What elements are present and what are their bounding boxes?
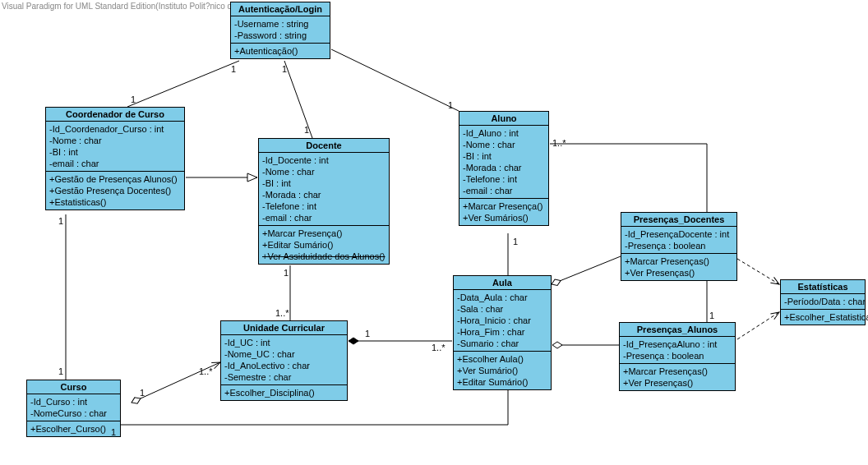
class-attr: -email : char (463, 185, 545, 196)
class-attr: -BI : int (49, 146, 181, 158)
multiplicity: 1 (58, 216, 63, 226)
multiplicity: 1 (140, 388, 145, 398)
class-autenticacao: Autenticação/Login -Username : string -P… (230, 2, 330, 59)
class-attr: -BI : int (262, 177, 386, 189)
multiplicity: 1..* (552, 138, 566, 148)
class-attr: -Nome_UC : char (224, 348, 344, 360)
multiplicity: 1 (131, 94, 136, 104)
class-attr: -email : char (49, 158, 181, 169)
class-title: Unidade Curricular (221, 321, 347, 335)
class-attr: -Sumario : char (457, 338, 547, 349)
class-title: Aula (454, 276, 551, 290)
class-op: +Marcar Presença() (262, 228, 386, 239)
class-op: +Marcar Presenças() (623, 366, 732, 377)
svg-line-11 (737, 312, 779, 339)
class-attr: -Morada : char (463, 162, 545, 173)
class-attr: -Id_Docente : int (262, 154, 386, 166)
class-attr: -Nome : char (262, 166, 386, 177)
class-op: +Escolher_Estatisticas() (784, 311, 861, 323)
class-op: +Ver Sumário() (457, 365, 547, 376)
class-attr: -Id_AnoLectivo : char (224, 360, 344, 371)
class-op: +Marcar Presenças() (625, 256, 733, 267)
class-curso: Curso -Id_Curso : int -NomeCurso : char … (26, 380, 121, 437)
class-attr: -Id_Curso : int (30, 396, 117, 407)
class-title: Autenticação/Login (231, 2, 330, 16)
class-attr: -Data_Aula : char (457, 292, 547, 303)
class-op: +Escolher_Disciplina() (224, 387, 344, 398)
class-op: +Ver Presenças() (623, 377, 732, 389)
class-presencas-docentes: Presenças_Docentes -Id_PresençaDocente :… (621, 212, 737, 281)
class-op: +Ver Presenças() (625, 267, 733, 279)
multiplicity: 1..* (275, 308, 289, 318)
class-presencas-alunos: Presenças_Alunos -Id_PresençaAluno : int… (619, 322, 736, 391)
multiplicity: 1 (58, 366, 63, 376)
class-title: Presenças_Docentes (621, 213, 736, 227)
class-attr: -Hora_Fim : char (457, 326, 547, 338)
multiplicity: 1 (304, 125, 309, 135)
class-attr: -email : char (262, 212, 386, 223)
class-attr: -BI : int (463, 150, 545, 162)
class-op: +Escolher Aula() (457, 353, 547, 365)
class-attr: -NomeCurso : char (30, 407, 117, 419)
multiplicity: 1 (365, 329, 370, 338)
class-op: +Gestão de Presenças Alunos() (49, 173, 181, 185)
class-op: +Estatisticas() (49, 196, 181, 208)
multiplicity: 1 (513, 237, 518, 246)
class-op: +Editar Sumário() (457, 376, 547, 388)
class-title: Aluno (459, 112, 548, 126)
class-op: +Ver Assiduidade dos Alunos() (262, 251, 386, 262)
class-attr: -Telefone : int (463, 173, 545, 185)
class-title: Curso (27, 380, 120, 394)
class-title: Coordenador de Curso (46, 108, 184, 122)
class-attr: -Id_PresençaDocente : int (625, 228, 733, 240)
class-attr: -Password : string (234, 30, 326, 41)
class-attr: -Semestre : char (224, 371, 344, 383)
multiplicity: 1..* (432, 343, 446, 352)
svg-line-10 (737, 259, 779, 284)
class-op: +Escolher_Curso() (30, 423, 117, 435)
class-attr: -Telefone : int (262, 200, 386, 212)
svg-line-2 (331, 49, 459, 111)
class-unidade-curricular: Unidade Curricular -Id_UC : int -Nome_UC… (220, 320, 348, 401)
class-aluno: Aluno -Id_Aluno : int -Nome : char -BI :… (459, 111, 549, 226)
class-op: +Gestão Presença Docentes() (49, 185, 181, 196)
multiplicity: 1 (284, 268, 289, 278)
multiplicity: 1 (709, 311, 714, 320)
class-op: +Editar Sumário() (262, 239, 386, 251)
class-estatisticas: Estatísticas -Período/Data : char +Escol… (780, 279, 866, 325)
class-op: +Marcar Presença() (463, 200, 545, 212)
uml-connectors (0, 0, 868, 465)
multiplicity: 1 (111, 427, 116, 437)
class-attr: -Presença : boolean (623, 350, 732, 361)
class-attr: -Nome : char (49, 135, 181, 146)
class-attr: -Período/Data : char (784, 296, 861, 307)
class-attr: -Id_PresençaAluno : int (623, 338, 732, 350)
class-op: +Autenticação() (234, 45, 326, 57)
class-aula: Aula -Data_Aula : char -Sala : char -Hor… (453, 275, 552, 390)
class-attr: -Id_Coordenador_Curso : int (49, 123, 181, 135)
class-attr: -Sala : char (457, 303, 547, 315)
svg-line-8 (552, 256, 621, 284)
class-docente: Docente -Id_Docente : int -Nome : char -… (258, 138, 390, 265)
watermark-text: Visual Paradigm for UML Standard Edition… (2, 2, 258, 11)
class-title: Presenças_Alunos (620, 323, 735, 337)
class-attr: -Id_UC : int (224, 337, 344, 348)
multiplicity: 1 (282, 64, 287, 74)
class-title: Estatísticas (781, 280, 865, 294)
multiplicity: 1..* (199, 366, 213, 376)
class-attr: -Morada : char (262, 189, 386, 200)
multiplicity: 1 (231, 64, 236, 74)
svg-line-0 (127, 61, 239, 107)
class-coordenador: Coordenador de Curso -Id_Coordenador_Cur… (45, 107, 185, 210)
class-title: Docente (259, 139, 389, 153)
class-attr: -Nome : char (463, 139, 545, 150)
class-attr: -Username : string (234, 18, 326, 30)
multiplicity: 1 (448, 100, 453, 110)
class-op: +Ver Sumários() (463, 212, 545, 223)
class-attr: -Hora_Inicio : char (457, 315, 547, 326)
class-attr: -Id_Aluno : int (463, 127, 545, 139)
class-attr: -Presença : boolean (625, 240, 733, 251)
